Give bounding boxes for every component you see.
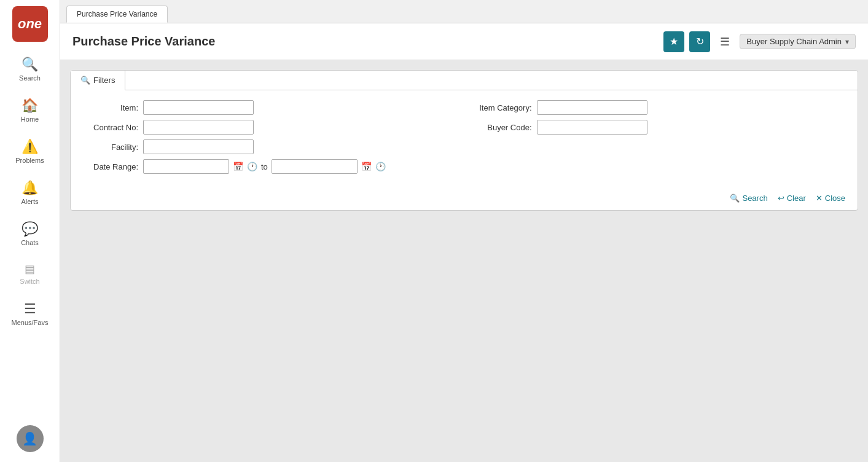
date-to-separator: to xyxy=(261,162,268,171)
sidebar-label-problems: Problems xyxy=(15,157,44,164)
chats-icon: 💬 xyxy=(22,221,38,237)
sidebar-label-alerts: Alerts xyxy=(21,198,38,205)
sidebar-label-search: Search xyxy=(19,74,41,82)
page-title: Purchase Price Variance xyxy=(72,34,663,49)
date-row: 📅 🕐 to 📅 🕐 xyxy=(143,159,386,174)
close-link-icon: ✕ xyxy=(816,194,823,203)
avatar-icon: 👤 xyxy=(22,431,37,446)
tab-bar: Purchase Price Variance xyxy=(60,0,868,23)
avatar[interactable]: 👤 xyxy=(17,425,44,452)
content-area: 🔍 Filters Item: Contract No: xyxy=(60,60,868,462)
filter-row-item-category: Item Category: xyxy=(477,100,846,115)
facility-input[interactable] xyxy=(143,139,254,154)
item-label: Item: xyxy=(83,103,138,112)
sidebar-item-search[interactable]: 🔍 Search xyxy=(0,53,60,85)
switch-icon: ▤ xyxy=(25,262,35,276)
sidebar-item-menus[interactable]: ☰ Menus/Favs xyxy=(0,297,60,330)
item-input[interactable] xyxy=(143,100,254,115)
menu-button[interactable]: ☰ xyxy=(715,33,735,51)
contract-no-input[interactable] xyxy=(143,120,254,135)
contract-no-label: Contract No: xyxy=(83,123,138,132)
filters-grid: Item: Contract No: Facility: Date R xyxy=(83,100,845,179)
calendar-from-icon[interactable]: 📅 xyxy=(233,162,243,171)
filters-body: Item: Contract No: Facility: Date R xyxy=(71,90,858,189)
close-link-label: Close xyxy=(825,194,845,203)
chevron-down-icon: ▾ xyxy=(845,37,849,46)
home-icon: 🏠 xyxy=(22,98,38,114)
sidebar-item-alerts[interactable]: 🔔 Alerts xyxy=(0,176,60,209)
clock-to-icon[interactable]: 🕐 xyxy=(375,162,386,171)
sidebar-label-switch: Switch xyxy=(20,278,39,285)
problems-icon: ⚠️ xyxy=(22,139,38,155)
clock-from-icon[interactable]: 🕐 xyxy=(247,162,257,171)
filters-tab[interactable]: 🔍 Filters xyxy=(71,71,125,90)
filter-row-contract: Contract No: xyxy=(83,120,452,135)
filter-row-item: Item: xyxy=(83,100,452,115)
clear-link-label: Clear xyxy=(787,194,806,203)
sidebar-label-chats: Chats xyxy=(21,239,39,246)
header-bar: Purchase Price Variance ★ ↻ ☰ Buyer Supp… xyxy=(60,23,868,60)
favorite-button[interactable]: ★ xyxy=(663,31,684,52)
filters-tab-label: Filters xyxy=(93,76,115,85)
sidebar: one 🔍 Search 🏠 Home ⚠️ Problems 🔔 Alerts… xyxy=(0,0,60,462)
item-category-input[interactable] xyxy=(537,100,647,115)
item-category-label: Item Category: xyxy=(477,103,532,112)
tab-label: Purchase Price Variance xyxy=(77,10,157,18)
alerts-icon: 🔔 xyxy=(22,180,38,196)
calendar-to-icon[interactable]: 📅 xyxy=(361,162,372,171)
search-link[interactable]: 🔍 Search xyxy=(730,194,767,203)
filter-icon: 🔍 xyxy=(80,76,90,85)
menus-icon: ☰ xyxy=(24,301,36,317)
sidebar-label-home: Home xyxy=(21,116,39,123)
date-from-input[interactable] xyxy=(143,159,229,174)
filters-tab-bar: 🔍 Filters xyxy=(71,71,858,90)
header-actions: ★ ↻ ☰ Buyer Supply Chain Admin ▾ xyxy=(663,31,856,52)
clear-link-icon: ↩ xyxy=(778,194,784,203)
buyer-code-input[interactable] xyxy=(537,120,647,135)
sidebar-item-switch[interactable]: ▤ Switch xyxy=(0,259,60,289)
filters-footer: 🔍 Search ↩ Clear ✕ Close xyxy=(71,189,858,210)
sidebar-item-chats[interactable]: 💬 Chats xyxy=(0,217,60,250)
filter-row-buyer-code: Buyer Code: xyxy=(477,120,846,135)
refresh-button[interactable]: ↻ xyxy=(689,31,710,52)
main-content: Purchase Price Variance Purchase Price V… xyxy=(60,0,868,462)
app-logo[interactable]: one xyxy=(12,6,48,42)
filters-left-col: Item: Contract No: Facility: Date R xyxy=(83,100,452,179)
tab-purchase-price-variance[interactable]: Purchase Price Variance xyxy=(66,6,168,23)
filter-row-date: Date Range: 📅 🕐 to 📅 🕐 xyxy=(83,159,452,174)
date-range-label: Date Range: xyxy=(83,162,138,171)
filters-right-col: Item Category: Buyer Code: xyxy=(477,100,846,179)
sidebar-item-problems[interactable]: ⚠️ Problems xyxy=(0,135,60,168)
search-link-label: Search xyxy=(742,194,767,203)
sidebar-label-menus: Menus/Favs xyxy=(12,319,49,326)
filter-row-facility: Facility: xyxy=(83,139,452,154)
sidebar-item-home[interactable]: 🏠 Home xyxy=(0,94,60,127)
facility-label: Facility: xyxy=(83,143,138,152)
search-icon: 🔍 xyxy=(22,57,38,72)
filters-panel: 🔍 Filters Item: Contract No: xyxy=(70,70,858,211)
user-dropdown[interactable]: Buyer Supply Chain Admin ▾ xyxy=(740,34,856,49)
user-label: Buyer Supply Chain Admin xyxy=(746,37,842,46)
logo-text: one xyxy=(18,16,42,32)
date-to-input[interactable] xyxy=(272,159,358,174)
clear-link[interactable]: ↩ Clear xyxy=(778,194,806,203)
search-link-icon: 🔍 xyxy=(730,194,740,203)
close-link[interactable]: ✕ Close xyxy=(816,194,845,203)
buyer-code-label: Buyer Code: xyxy=(477,123,532,132)
